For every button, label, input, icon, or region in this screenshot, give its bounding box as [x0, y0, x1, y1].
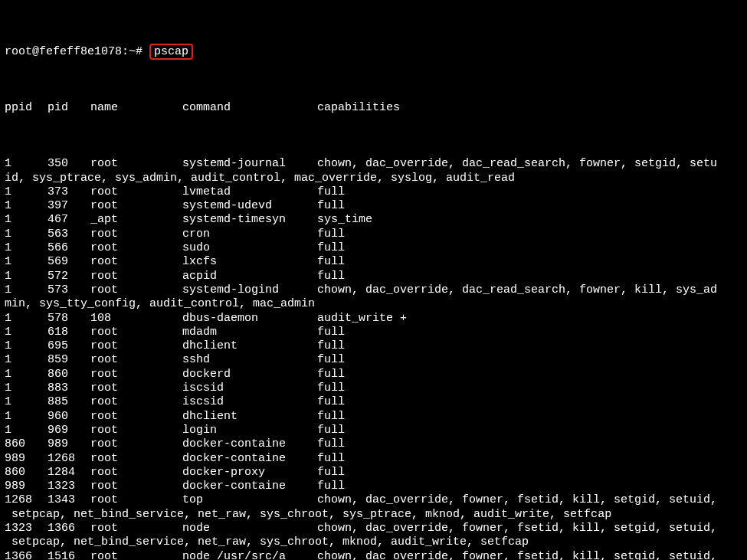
cell-capabilities: full — [317, 185, 742, 199]
cell-command: lvmetad — [182, 185, 317, 199]
cell-pid: 566 — [48, 241, 90, 255]
command-text: pscap — [154, 45, 188, 58]
cell-command: dhclient — [182, 339, 317, 353]
cell-capabilities: full — [317, 228, 742, 241]
cell-pid: 883 — [48, 382, 90, 395]
cell-pid: 578 — [48, 312, 90, 326]
cell-name: root — [90, 382, 182, 395]
cell-ppid: 1 — [5, 228, 48, 241]
cell-pid: 1268 — [48, 452, 90, 466]
col-header-ppid: ppid — [5, 101, 48, 115]
process-row: 1397rootsystemd-udevdfull — [5, 199, 742, 213]
cell-command: docker-containe — [182, 452, 317, 466]
cell-pid: 1323 — [48, 480, 90, 493]
cell-name: root — [90, 255, 182, 269]
cell-command: login — [182, 424, 317, 437]
cell-pid: 1284 — [48, 466, 90, 480]
cell-name: root — [90, 410, 182, 424]
process-row: 1960rootdhclientfull — [5, 410, 742, 424]
cell-ppid: 1 — [5, 312, 48, 326]
cell-name: root — [90, 550, 182, 560]
cell-name: root — [90, 437, 182, 451]
process-row: 1572rootacpidfull — [5, 270, 742, 283]
cell-ppid: 1268 — [5, 493, 48, 507]
cell-ppid: 1 — [5, 382, 48, 395]
cell-ppid: 1 — [5, 326, 48, 339]
cell-capabilities: full — [317, 353, 742, 367]
cell-ppid: 1323 — [5, 522, 48, 535]
process-row-wrap: id, sys_ptrace, sys_admin, audit_control… — [5, 172, 742, 185]
cell-name: root — [90, 452, 182, 466]
cell-name: root — [90, 480, 182, 493]
cell-capabilities: sys_time — [317, 213, 742, 227]
process-row: 1373rootlvmetadfull — [5, 185, 742, 199]
col-header-pid: pid — [48, 101, 90, 115]
cell-ppid: 1 — [5, 270, 48, 283]
cell-name: root — [90, 368, 182, 382]
col-header-command: command — [182, 101, 317, 115]
prompt-line-1: root@fefeff8e1078:~# pscap — [5, 45, 742, 59]
cell-capabilities: full — [317, 424, 742, 437]
cell-ppid: 1 — [5, 213, 48, 227]
process-row-wrap: setpcap, net_bind_service, net_raw, sys_… — [5, 535, 742, 549]
cell-command: lxcfs — [182, 255, 317, 269]
process-row: 1467_aptsystemd-timesynsys_time — [5, 213, 742, 227]
cell-name: root — [90, 522, 182, 535]
cell-pid: 350 — [48, 157, 90, 171]
cell-command: iscsid — [182, 382, 317, 395]
cell-ppid: 1 — [5, 241, 48, 255]
cell-pid: 989 — [48, 437, 90, 451]
cell-pid: 373 — [48, 185, 90, 199]
cell-command: dhclient — [182, 410, 317, 424]
cell-command: systemd-journal — [182, 157, 317, 171]
cell-name: root — [90, 339, 182, 353]
cell-name: root — [90, 199, 182, 213]
cell-ppid: 1 — [5, 410, 48, 424]
cell-pid: 569 — [48, 255, 90, 269]
cell-capabilities: full — [317, 382, 742, 395]
cell-name: root — [90, 241, 182, 255]
cell-name: root — [90, 326, 182, 339]
cell-pid: 885 — [48, 395, 90, 409]
cell-name: root — [90, 283, 182, 297]
cell-capabilities: chown, dac_override, fowner, fsetid, kil… — [317, 522, 742, 535]
cell-ppid: 1366 — [5, 550, 48, 560]
cell-name: root — [90, 466, 182, 480]
process-row: 1618rootmdadmfull — [5, 326, 742, 339]
process-row: 1969rootloginfull — [5, 424, 742, 437]
cell-capabilities: full — [317, 466, 742, 480]
process-row-wrap: setpcap, net_bind_service, net_raw, sys_… — [5, 508, 742, 522]
cell-name: root — [90, 395, 182, 409]
process-row: 13231366rootnodechown, dac_override, fow… — [5, 522, 742, 535]
process-row: 12681343roottopchown, dac_override, fown… — [5, 493, 742, 507]
process-row: 9891323rootdocker-containefull — [5, 480, 742, 493]
cell-command: systemd-udevd — [182, 199, 317, 213]
cell-command: dockerd — [182, 368, 317, 382]
cell-ppid: 1 — [5, 368, 48, 382]
cell-capabilities: full — [317, 410, 742, 424]
cell-ppid: 1 — [5, 255, 48, 269]
cell-capabilities: chown, dac_override, fowner, fsetid, kil… — [317, 493, 742, 507]
terminal[interactable]: root@fefeff8e1078:~# pscap ppidpidnameco… — [0, 0, 747, 560]
cell-name: root — [90, 493, 182, 507]
cell-command: node — [182, 522, 317, 535]
cell-pid: 969 — [48, 424, 90, 437]
process-row: 1859rootsshdfull — [5, 353, 742, 367]
output-rows: 1350rootsystemd-journalchown, dac_overri… — [5, 157, 742, 560]
header-row: ppidpidnamecommandcapabilities — [5, 101, 742, 115]
process-row: 1566rootsudofull — [5, 241, 742, 255]
cell-pid: 1366 — [48, 522, 90, 535]
cell-capabilities: full — [317, 437, 742, 451]
cell-capabilities: chown, dac_override, fowner, fsetid, kil… — [317, 550, 742, 560]
cell-pid: 860 — [48, 368, 90, 382]
cell-pid: 1516 — [48, 550, 90, 560]
cell-ppid: 989 — [5, 452, 48, 466]
cell-capabilities: full — [317, 480, 742, 493]
cell-ppid: 1 — [5, 157, 48, 171]
process-row: 8601284rootdocker-proxyfull — [5, 466, 742, 480]
cell-capabilities: chown, dac_override, dac_read_search, fo… — [317, 283, 742, 297]
process-row: 1350rootsystemd-journalchown, dac_overri… — [5, 157, 742, 171]
cell-command: docker-containe — [182, 437, 317, 451]
cell-command: docker-containe — [182, 480, 317, 493]
cell-pid: 960 — [48, 410, 90, 424]
